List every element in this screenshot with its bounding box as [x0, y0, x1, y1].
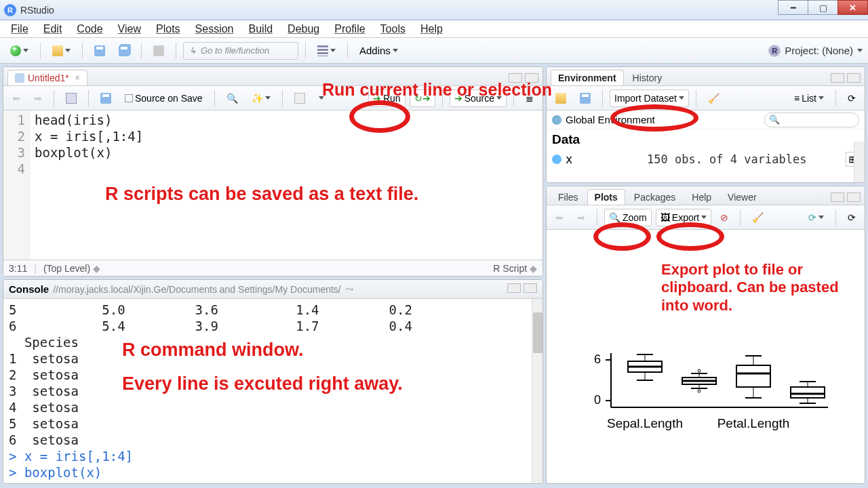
cursor-position: 3:11	[9, 263, 27, 274]
menu-edit[interactable]: Edit	[37, 21, 69, 37]
wand-button[interactable]: ✨	[247, 89, 275, 107]
new-file-button[interactable]	[5, 42, 33, 60]
refresh-env-button[interactable]: ⟳	[843, 89, 861, 107]
console-hint1-text: R command window.	[122, 339, 304, 361]
run-hint-text: Run current line or selection	[322, 79, 552, 100]
tab-packages[interactable]: Packages	[627, 189, 683, 205]
console-title: Console	[9, 283, 49, 295]
project-selector[interactable]: R Project: (None)	[768, 45, 863, 57]
console-hint2-text: Every line is excuted right away.	[122, 373, 403, 394]
svg-text:Sepal.Length: Sepal.Length	[607, 416, 683, 430]
close-tab-button[interactable]: ×	[75, 73, 80, 83]
window-title: RStudio	[20, 5, 54, 16]
close-button[interactable]: ✕	[837, 0, 868, 15]
publish-button[interactable]: ⟳	[804, 209, 829, 226]
compile-report-button[interactable]	[290, 89, 310, 107]
remove-plot-button[interactable]: ⊘	[715, 209, 733, 226]
menu-view[interactable]: View	[111, 21, 148, 37]
tab-help[interactable]: Help	[684, 189, 719, 205]
env-search-input[interactable]: 🔍	[764, 113, 859, 127]
svg-rect-19	[736, 365, 770, 387]
clear-plots-button[interactable]: 🧹	[747, 209, 768, 226]
svg-text:6: 6	[593, 352, 600, 366]
menu-session[interactable]: Session	[189, 21, 241, 37]
list-view-button[interactable]: ≡ List	[789, 89, 829, 107]
menu-debug[interactable]: Debug	[281, 21, 326, 37]
menu-tools[interactable]: Tools	[374, 21, 412, 37]
open-file-button[interactable]	[47, 42, 75, 60]
back-button[interactable]: ⬅	[7, 89, 25, 107]
find-button[interactable]: 🔍	[222, 89, 243, 107]
environment-pane: Environment History Import Dataset 🧹 ≡ L…	[546, 66, 865, 183]
menu-plots[interactable]: Plots	[149, 21, 187, 37]
maximize-button[interactable]: ▢	[808, 0, 838, 15]
svg-text:0: 0	[593, 393, 600, 407]
menubar: File Edit Code View Plots Session Build …	[0, 20, 868, 38]
import-oval-annotation	[610, 104, 698, 131]
run-oval-annotation	[349, 100, 410, 133]
tab-viewer[interactable]: Viewer	[720, 189, 764, 205]
export-hint-text: Export plot to file or clipboard. Can be…	[661, 261, 844, 314]
env-var-row[interactable]: x 150 obs. of 4 variables ⊞	[547, 150, 865, 169]
tab-history[interactable]: History	[625, 70, 670, 85]
tab-environment[interactable]: Environment	[551, 70, 624, 85]
svg-text:Petal.Length: Petal.Length	[717, 416, 789, 430]
svg-point-17	[698, 390, 701, 392]
goto-file-input[interactable]: ↳Go to file/function	[183, 42, 298, 60]
main-toolbar: ↳Go to file/function Addins R Project: (…	[0, 38, 868, 64]
save-workspace-button[interactable]	[575, 89, 595, 107]
boxplot-chart: 6 0	[564, 346, 848, 448]
scope-selector[interactable]: (Top Level) ◆	[43, 263, 100, 274]
grid-view-button[interactable]	[313, 42, 340, 60]
console-scrollbar[interactable]	[532, 299, 542, 483]
forward-button[interactable]: ➡	[29, 89, 47, 107]
tab-plots[interactable]: Plots	[587, 189, 625, 205]
svg-point-16	[698, 369, 701, 372]
env-max-button[interactable]	[847, 73, 861, 83]
source-on-save-check[interactable]: Source on Save	[120, 89, 208, 107]
print-button[interactable]	[149, 42, 169, 60]
menu-profile[interactable]: Profile	[328, 21, 372, 37]
menu-help[interactable]: Help	[414, 21, 450, 37]
plot-prev-button[interactable]: ⬅	[551, 209, 568, 226]
source-tab-title: Untitled1*	[28, 73, 69, 83]
env-min-button[interactable]	[831, 73, 844, 83]
plot-next-button[interactable]: ➡	[572, 209, 590, 226]
save-all-button[interactable]	[114, 42, 134, 60]
show-in-new-window-button[interactable]	[61, 89, 81, 107]
console-maximize-button[interactable]	[524, 283, 537, 293]
menu-code[interactable]: Code	[70, 21, 109, 37]
r-file-icon	[15, 73, 24, 83]
source-tab[interactable]: Untitled1* ×	[7, 70, 87, 85]
save-button[interactable]	[90, 42, 110, 60]
refresh-plot-button[interactable]: ⟳	[843, 209, 861, 226]
globe-icon	[552, 115, 561, 125]
console-minimize-button[interactable]	[507, 283, 521, 293]
env-data-section: Data	[547, 129, 865, 150]
minimize-button[interactable]: ━	[778, 0, 808, 15]
console-path: //moray.jacks.local/Xijin.Ge/Documents a…	[53, 284, 341, 295]
window-titlebar: R RStudio ━ ▢ ✕	[0, 0, 868, 20]
zoom-oval-annotation	[593, 222, 651, 251]
load-workspace-button[interactable]	[551, 89, 571, 107]
data-icon	[552, 155, 561, 164]
tab-files[interactable]: Files	[551, 189, 586, 205]
export-oval-annotation	[656, 222, 724, 251]
filetype-selector[interactable]: R Script ◆	[493, 263, 537, 274]
menu-build[interactable]: Build	[242, 21, 280, 37]
console-arrow-icon[interactable]: ⤳	[345, 283, 354, 296]
env-scrollbar[interactable]	[854, 142, 865, 182]
addins-button[interactable]: Addins	[355, 42, 403, 60]
save-source-button[interactable]	[96, 89, 116, 107]
plots-max-button[interactable]	[847, 192, 861, 202]
menu-file[interactable]: File	[4, 21, 35, 37]
plots-min-button[interactable]	[831, 192, 844, 202]
clear-workspace-button[interactable]: 🧹	[703, 89, 724, 107]
save-hint-text: R scripts can be saved as a text file.	[105, 183, 418, 205]
svg-rect-24	[791, 387, 825, 398]
app-icon: R	[4, 4, 16, 16]
